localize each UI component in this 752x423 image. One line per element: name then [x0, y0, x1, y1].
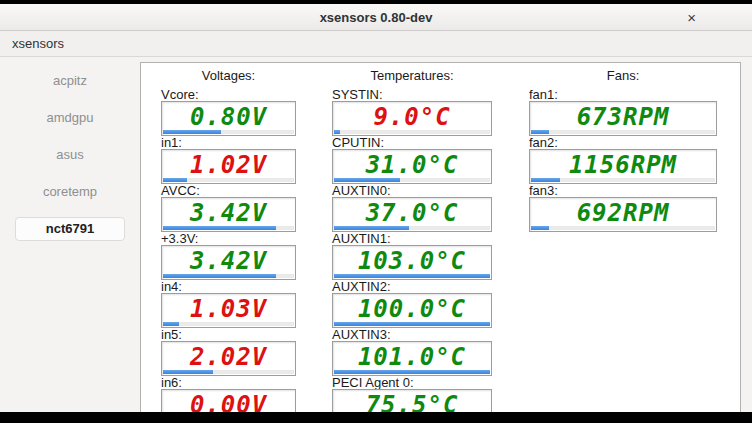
sensor-display: 0.00V	[161, 389, 296, 412]
sensor-bar-track	[334, 274, 490, 278]
sensor-value: 101.0°C	[333, 342, 491, 371]
sensor-auxtin0: AUXTIN0:37.0°C	[332, 184, 492, 232]
sensor-label: AUXTIN1:	[332, 232, 492, 245]
sensor-in4: in4:1.03V	[161, 280, 296, 328]
sensor-bar-track	[334, 226, 490, 230]
sensor-bar-fill	[334, 226, 409, 230]
sensor-bar-track	[531, 226, 715, 230]
sensor-value: 1.02V	[162, 150, 295, 179]
sensor-display: 75.5°C	[332, 389, 492, 412]
sensor-display: 673RPM	[529, 101, 717, 136]
sensor-display: 1156RPM	[529, 149, 717, 184]
sensor-display: 100.0°C	[332, 293, 492, 328]
sensor-value: 2.02V	[162, 342, 295, 371]
sensor-display: 2.02V	[161, 341, 296, 376]
column-fans: Fans:fan1:673RPMfan2:1156RPMfan3:692RPM	[529, 69, 717, 232]
sensor-avcc: AVCC:3.42V	[161, 184, 296, 232]
sensor-value: 3.42V	[162, 246, 295, 275]
sensor-bar-fill	[531, 226, 549, 230]
sensor-bar-fill	[334, 130, 340, 134]
column-header-fans: Fans:	[529, 69, 717, 83]
sidebar-item-amdgpu[interactable]: amdgpu	[15, 106, 125, 130]
sidebar-item-asus[interactable]: asus	[15, 143, 125, 167]
sensor-label: PECI Agent 0:	[332, 376, 492, 389]
sensor-bar-track	[531, 178, 715, 182]
sensor-label: AUXTIN0:	[332, 184, 492, 197]
sensor-display: 9.0°C	[332, 101, 492, 136]
sensor-value: 3.42V	[162, 198, 295, 227]
sensor-panel: Voltages:Vcore:0.80Vin1:1.02VAVCC:3.42V+…	[140, 62, 741, 412]
sensor-bar-track	[163, 130, 294, 134]
sensor-label: in1:	[161, 136, 296, 149]
sensor-in6: in6:0.00V	[161, 376, 296, 412]
sensor-label: SYSTIN:	[332, 88, 492, 101]
sensor-value: 692RPM	[530, 198, 716, 227]
sensor-bar-track	[163, 226, 294, 230]
sensor-peciagent0: PECI Agent 0:75.5°C	[332, 376, 492, 412]
column-header-voltages: Voltages:	[161, 69, 296, 83]
tab-xsensors[interactable]: xsensors	[12, 36, 64, 51]
sensor-value: 9.0°C	[333, 102, 491, 131]
sensor-bar-fill	[334, 370, 490, 374]
column-voltages: Voltages:Vcore:0.80Vin1:1.02VAVCC:3.42V+…	[161, 69, 296, 412]
sensor-label: fan1:	[529, 88, 717, 101]
sensor-value: 75.5°C	[333, 390, 491, 412]
sensor-33v: +3.3V:3.42V	[161, 232, 296, 280]
close-button[interactable]: ×	[687, 10, 696, 25]
sensor-in5: in5:2.02V	[161, 328, 296, 376]
sensor-label: in6:	[161, 376, 296, 389]
sensor-label: fan3:	[529, 184, 717, 197]
sensor-label: in4:	[161, 280, 296, 293]
sensor-value: 0.00V	[162, 390, 295, 412]
sidebar-item-acpitz[interactable]: acpitz	[15, 69, 125, 93]
titlebar[interactable]: xsensors 0.80-dev ×	[0, 4, 752, 31]
sensor-bar-track	[531, 130, 715, 134]
sensor-bar-track	[334, 130, 490, 134]
xsensors-window: xsensors 0.80-dev × xsensors acpitzamdgp…	[0, 4, 752, 412]
sensor-bar-fill	[163, 178, 187, 182]
sensor-value: 1.03V	[162, 294, 295, 323]
sensor-value: 100.0°C	[333, 294, 491, 323]
sensor-value: 0.80V	[162, 102, 295, 131]
sensor-value: 37.0°C	[333, 198, 491, 227]
sensor-label: fan2:	[529, 136, 717, 149]
sidebar-item-nct6791[interactable]: nct6791	[15, 217, 125, 241]
sensor-display: 1.03V	[161, 293, 296, 328]
sensor-bar-fill	[334, 274, 490, 278]
sensor-fan2: fan2:1156RPM	[529, 136, 717, 184]
sensor-label: in5:	[161, 328, 296, 341]
sensor-bar-track	[163, 370, 294, 374]
sensor-bar-fill	[334, 178, 400, 182]
sensor-auxtin2: AUXTIN2:100.0°C	[332, 280, 492, 328]
column-temperatures: Temperatures:SYSTIN:9.0°CCPUTIN:31.0°CAU…	[332, 69, 492, 412]
sensor-bar-track	[163, 274, 294, 278]
sensor-bar-fill	[334, 322, 490, 326]
sensor-display: 31.0°C	[332, 149, 492, 184]
main-area: acpitzamdgpuasuscoretempnct6791 Voltages…	[0, 57, 752, 412]
sensor-bar-track	[163, 322, 294, 326]
sensor-bar-fill	[531, 130, 549, 134]
sensor-display: 0.80V	[161, 101, 296, 136]
window-title: xsensors 0.80-dev	[320, 10, 433, 25]
sensor-systin: SYSTIN:9.0°C	[332, 88, 492, 136]
sensor-label: Vcore:	[161, 88, 296, 101]
sensor-vcore: Vcore:0.80V	[161, 88, 296, 136]
sensor-auxtin3: AUXTIN3:101.0°C	[332, 328, 492, 376]
sensor-bar-fill	[163, 322, 179, 326]
sensor-bar-fill	[531, 178, 560, 182]
sensor-value: 1156RPM	[530, 150, 716, 179]
sidebar-item-coretemp[interactable]: coretemp	[15, 180, 125, 204]
sensor-value: 103.0°C	[333, 246, 491, 275]
sensor-display: 101.0°C	[332, 341, 492, 376]
sensor-display: 3.42V	[161, 245, 296, 280]
sensor-value: 673RPM	[530, 102, 716, 131]
sensor-bar-fill	[163, 274, 276, 278]
sensor-fan3: fan3:692RPM	[529, 184, 717, 232]
sensor-bar-track	[334, 322, 490, 326]
sensor-bar-track	[163, 178, 294, 182]
sensor-display: 37.0°C	[332, 197, 492, 232]
sensor-bar-fill	[163, 130, 221, 134]
tab-bar: xsensors	[0, 31, 752, 57]
sidebar: acpitzamdgpuasuscoretempnct6791	[0, 57, 140, 412]
sensor-display: 3.42V	[161, 197, 296, 232]
